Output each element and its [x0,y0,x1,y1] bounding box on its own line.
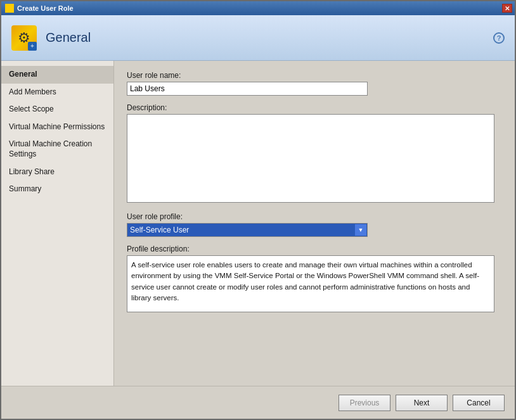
sidebar-item-summary[interactable]: Summary [1,181,113,198]
previous-button[interactable]: Previous [339,395,390,411]
sidebar-item-label: Summary [9,184,41,193]
sidebar-item-library-share[interactable]: Library Share [1,163,113,181]
sidebar-item-label: Virtual Machine Permissions [9,122,105,131]
sidebar-item-label: Library Share [9,167,55,176]
sidebar-item-add-members[interactable]: Add Members [1,84,113,101]
next-button[interactable]: Next [396,395,448,411]
sidebar-item-vm-permissions[interactable]: Virtual Machine Permissions [1,118,113,136]
sidebar-item-select-scope[interactable]: Select Scope [1,101,113,118]
sidebar-item-general[interactable]: General [1,66,113,84]
bottom-bar: Previous Next Cancel [1,386,515,419]
window-title: Create User Role [17,4,74,12]
title-bar: Create User Role ✕ [1,1,515,15]
window-close-button[interactable]: ✕ [502,4,512,13]
header-icon-badge: + [28,42,37,51]
cancel-button[interactable]: Cancel [453,395,505,411]
user-role-name-group: User role name: [127,71,502,96]
profile-description-label: Profile description: [127,245,502,253]
user-role-profile-wrapper: Self-Service UserAdministratorDelegated … [127,223,368,237]
header-icon: + [11,25,37,51]
sidebar-item-label: Select Scope [9,105,54,113]
sidebar-item-label: Virtual Machine Creation Settings [9,139,92,158]
user-role-profile-group: User role profile: Self-Service UserAdmi… [127,212,502,237]
help-icon[interactable]: ? [493,32,505,44]
user-role-name-input[interactable] [127,82,368,96]
description-textarea[interactable] [127,114,494,203]
sidebar: General Add Members Select Scope Virtual… [1,61,114,386]
sidebar-item-label: General [9,70,37,79]
title-bar-left: Create User Role [5,4,74,13]
main-content: General Add Members Select Scope Virtual… [1,61,515,386]
window-icon [5,4,14,13]
user-role-name-label: User role name: [127,71,502,80]
header-title: General [46,30,91,45]
profile-description-textarea [127,255,494,312]
description-label: Description: [127,103,502,112]
header-area: + General ? [1,15,515,61]
sidebar-item-vm-creation-settings[interactable]: Virtual Machine Creation Settings [1,136,113,163]
create-user-role-window: Create User Role ✕ + General ? General A… [0,0,516,420]
user-role-profile-select[interactable]: Self-Service UserAdministratorDelegated … [127,223,368,237]
form-area: User role name: Description: User role p… [114,61,515,386]
user-role-profile-label: User role profile: [127,212,502,221]
description-group: Description: [127,103,502,205]
sidebar-item-label: Add Members [9,87,56,96]
profile-description-group: Profile description: [127,245,502,314]
